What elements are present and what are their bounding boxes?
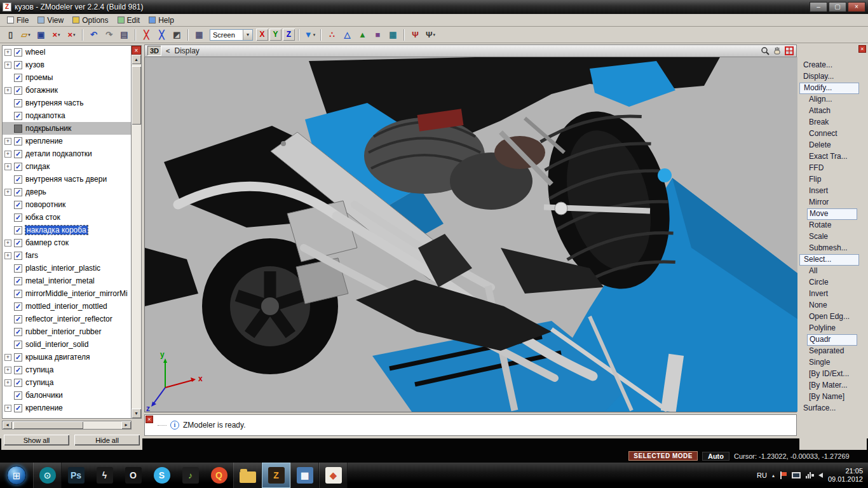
folder-taskbar-button[interactable] bbox=[233, 463, 262, 488]
bones-button[interactable]: Ψ bbox=[408, 29, 423, 41]
command-ffd[interactable]: FFD bbox=[799, 163, 867, 174]
scroll-right-icon[interactable]: ▸ bbox=[121, 421, 131, 429]
command-open-edg[interactable]: Open Edg... bbox=[799, 311, 867, 323]
command-rotate[interactable]: Rotate bbox=[799, 220, 867, 231]
maximize-button[interactable]: ▢ bbox=[829, 2, 846, 12]
pan-hand-icon[interactable] bbox=[773, 46, 782, 55]
command-insert[interactable]: Insert bbox=[799, 186, 867, 197]
tree-item[interactable]: ✓юбка сток bbox=[3, 211, 131, 224]
language-indicator[interactable]: RU bbox=[757, 471, 767, 479]
expand-icon[interactable]: + bbox=[4, 379, 11, 386]
panel-close-icon[interactable]: × bbox=[132, 46, 141, 55]
tree-item[interactable]: ✓mirrorMiddle_interior_mirrorMi bbox=[3, 287, 131, 300]
axis-x-button[interactable]: X bbox=[256, 29, 268, 41]
opera-taskbar-button[interactable]: O bbox=[119, 463, 147, 488]
visibility-checkbox[interactable]: ✓ bbox=[14, 391, 22, 400]
command-single[interactable]: Single bbox=[799, 357, 867, 369]
command-attach[interactable]: Attach bbox=[799, 105, 867, 117]
visibility-checkbox[interactable]: ✓ bbox=[14, 175, 22, 184]
command-mirror[interactable]: Mirror bbox=[799, 197, 867, 208]
vertices-mode-button[interactable]: ∴ bbox=[325, 29, 339, 41]
redo-button[interactable]: ↷ bbox=[102, 29, 116, 41]
command-circle[interactable]: Circle bbox=[799, 277, 867, 288]
menu-options[interactable]: Options bbox=[68, 15, 112, 26]
visibility-checkbox[interactable]: ✓ bbox=[14, 302, 22, 311]
scrollbar-track[interactable] bbox=[132, 64, 141, 409]
command-all[interactable]: All bbox=[799, 266, 867, 277]
command-surface[interactable]: Surface... bbox=[799, 403, 867, 414]
expand-icon[interactable]: + bbox=[4, 62, 11, 69]
undo-button[interactable]: ↶ bbox=[86, 29, 101, 41]
tree-item[interactable]: ✓solid_interior_solid bbox=[3, 338, 131, 351]
expand-icon[interactable]: + bbox=[4, 87, 11, 94]
tree-item[interactable]: +✓ступица bbox=[3, 376, 131, 389]
view-mode-button[interactable]: 3D bbox=[147, 46, 161, 56]
expand-icon[interactable]: + bbox=[4, 354, 11, 361]
browser-taskbar-button[interactable]: ⊙ bbox=[33, 463, 62, 488]
command-by-id-ext[interactable]: [By ID/Ext... bbox=[799, 369, 867, 380]
visibility-checkbox[interactable]: ✓ bbox=[14, 150, 22, 158]
scroll-left-icon[interactable]: ◂ bbox=[3, 421, 12, 429]
visibility-checkbox[interactable]: ✓ bbox=[14, 86, 22, 95]
visibility-checkbox[interactable]: ✓ bbox=[14, 379, 22, 387]
axes-grid-button[interactable]: ▦ bbox=[192, 29, 207, 41]
paint-select-button[interactable]: ◩ bbox=[170, 29, 184, 41]
visibility-checkbox[interactable]: ✓ bbox=[14, 315, 22, 323]
axis-y-button[interactable]: Y bbox=[269, 29, 281, 41]
scrollbar-thumb[interactable] bbox=[13, 421, 83, 429]
chevron-down-icon[interactable]: ▾ bbox=[313, 32, 316, 37]
command-none[interactable]: None bbox=[799, 300, 867, 311]
open-file-button[interactable]: ▱▾ bbox=[18, 29, 33, 41]
command-flip[interactable]: Flip bbox=[799, 174, 867, 186]
command-separated[interactable]: Separated bbox=[799, 346, 867, 357]
maximize-view-icon[interactable] bbox=[785, 46, 794, 55]
start-button[interactable]: ⊞ bbox=[7, 466, 26, 485]
tree-item[interactable]: ✓накладка короба bbox=[3, 224, 131, 236]
new-file-button[interactable]: ▯ bbox=[3, 29, 18, 41]
tree-vertical-scrollbar[interactable]: × ▴ ▾ bbox=[131, 46, 141, 418]
action-center-flag-icon[interactable] bbox=[780, 471, 787, 479]
delete-all-button[interactable]: ×▾ bbox=[64, 29, 79, 41]
visibility-checkbox[interactable]: ✓ bbox=[14, 264, 22, 273]
visibility-checkbox[interactable]: ✓ bbox=[14, 239, 22, 247]
tree-item[interactable]: +✓wheel bbox=[3, 46, 131, 58]
view-back-arrow[interactable]: < bbox=[166, 47, 170, 55]
expand-icon[interactable]: + bbox=[4, 405, 11, 412]
command-modify[interactable]: Modify... bbox=[799, 83, 859, 94]
edges-mode-button[interactable]: △ bbox=[340, 29, 355, 41]
save-button[interactable]: ▣ bbox=[34, 29, 48, 41]
menu-edit[interactable]: Edit bbox=[113, 15, 145, 26]
objects-mode-button[interactable]: ■ bbox=[370, 29, 385, 41]
tree-item[interactable]: +✓fars bbox=[3, 249, 131, 262]
visibility-checkbox[interactable]: ✓ bbox=[14, 353, 22, 362]
expand-icon[interactable]: + bbox=[4, 138, 11, 145]
tree-item[interactable]: ✓rubber_interior_rubber bbox=[3, 325, 131, 338]
menu-file[interactable]: File bbox=[3, 15, 33, 26]
tree-item[interactable]: ✓mottled_interior_mottled bbox=[3, 300, 131, 313]
visibility-checkbox[interactable]: ✓ bbox=[14, 290, 22, 298]
media-player-taskbar-button[interactable]: ♪ bbox=[176, 463, 205, 488]
tree-item[interactable]: ✓поворотник bbox=[3, 198, 131, 211]
tree-item[interactable]: ✓metal_interior_metal bbox=[3, 274, 131, 287]
tree-item[interactable]: +✓богажник bbox=[3, 84, 131, 97]
viewport-canvas[interactable]: y x z bbox=[145, 57, 797, 412]
select-lasso-button[interactable]: ╳ bbox=[154, 29, 169, 41]
visibility-checkbox[interactable]: ✓ bbox=[14, 112, 22, 120]
command-submesh[interactable]: Submesh... bbox=[799, 243, 867, 254]
expand-icon[interactable]: + bbox=[4, 49, 11, 56]
command-align[interactable]: Align... bbox=[799, 94, 867, 105]
expand-icon[interactable]: + bbox=[4, 189, 11, 196]
uv-mode-button[interactable]: ▦ bbox=[386, 29, 400, 41]
chevron-down-icon[interactable]: ▾ bbox=[243, 30, 252, 40]
expand-icon[interactable]: + bbox=[4, 163, 11, 170]
tree-item[interactable]: ✓проемы bbox=[3, 71, 131, 84]
zmodeler-taskbar-button[interactable]: Z bbox=[262, 463, 290, 488]
hide-all-button[interactable]: Hide all bbox=[74, 435, 140, 445]
material-button[interactable]: ▼▾ bbox=[302, 29, 317, 41]
tree-item[interactable]: +✓крышка двигателя bbox=[3, 351, 131, 363]
command-panel-close-icon[interactable]: × bbox=[858, 45, 866, 53]
log-view-button[interactable]: ▤ bbox=[117, 29, 132, 41]
visibility-checkbox[interactable]: ✓ bbox=[14, 252, 22, 260]
tree-item[interactable]: +✓крепление bbox=[3, 402, 131, 414]
scroll-down-icon[interactable]: ▾ bbox=[132, 409, 141, 418]
